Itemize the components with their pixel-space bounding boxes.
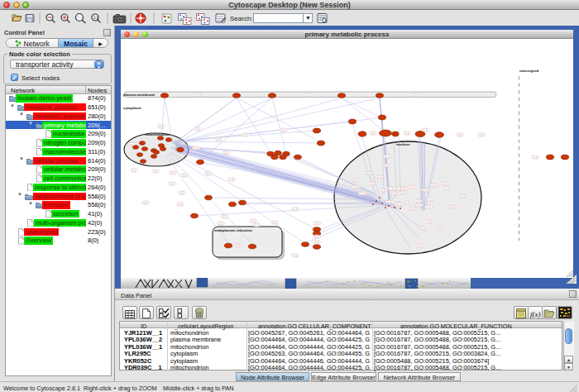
- svg-text:unassigned: unassigned: [519, 69, 539, 73]
- svg-text:[...]: [...]: [196, 127, 200, 131]
- svg-text:[...]: [...]: [273, 221, 277, 224]
- svg-text:[...]: [...]: [428, 220, 433, 223]
- svg-text:[...]: [...]: [438, 226, 443, 229]
- svg-text:[...]: [...]: [404, 187, 408, 190]
- svg-text:[...]: [...]: [390, 187, 394, 190]
- svg-text:[...]: [...]: [132, 169, 136, 172]
- svg-text:[...]: [...]: [534, 155, 538, 159]
- svg-text:[...]: [...]: [381, 189, 385, 192]
- svg-text:[...]: [...]: [398, 203, 402, 206]
- svg-text:[...]: [...]: [385, 164, 389, 167]
- svg-text:[...]: [...]: [251, 219, 256, 222]
- svg-text:[...]: [...]: [423, 128, 428, 131]
- svg-text:cytoplasm: cytoplasm: [123, 106, 141, 110]
- svg-text:[...]: [...]: [315, 241, 319, 244]
- svg-text:[...]: [...]: [480, 133, 484, 136]
- svg-text:[...]: [...]: [306, 93, 310, 97]
- svg-text:[...]: [...]: [130, 142, 134, 146]
- svg-text:[...]: [...]: [255, 223, 259, 227]
- svg-text:[...]: [...]: [413, 93, 417, 97]
- svg-text:[...]: [...]: [183, 174, 187, 177]
- svg-text:[...]: [...]: [394, 192, 398, 195]
- svg-text:[...]: [...]: [315, 235, 319, 238]
- svg-text:endoplasmic reticulum: endoplasmic reticulum: [214, 228, 252, 232]
- svg-text:[...]: [...]: [405, 201, 409, 204]
- svg-text:[...]: [...]: [419, 244, 423, 247]
- svg-text:[...]: [...]: [354, 185, 358, 189]
- svg-text:[...]: [...]: [237, 244, 241, 247]
- svg-text:[...]: [...]: [207, 172, 211, 175]
- svg-text:[...]: [...]: [144, 201, 148, 204]
- svg-text:[...]: [...]: [315, 222, 319, 225]
- svg-text:[...]: [...]: [370, 182, 374, 185]
- svg-text:[...]: [...]: [421, 227, 425, 230]
- svg-text:[...]: [...]: [224, 151, 228, 155]
- svg-text:[...]: [...]: [433, 184, 437, 187]
- svg-text:[...]: [...]: [412, 207, 416, 210]
- svg-text:[...]: [...]: [160, 125, 164, 128]
- svg-text:[...]: [...]: [219, 222, 223, 225]
- svg-text:[...]: [...]: [171, 171, 175, 174]
- svg-text:[...]: [...]: [410, 185, 414, 189]
- svg-text:mitochondrion: mitochondrion: [145, 132, 170, 136]
- svg-text:[...]: [...]: [154, 170, 158, 173]
- svg-text:[...]: [...]: [388, 200, 392, 203]
- svg-text:[...]: [...]: [429, 198, 433, 201]
- svg-text:[...]: [...]: [378, 175, 382, 179]
- svg-text:[...]: [...]: [452, 205, 456, 208]
- svg-text:[...]: [...]: [427, 205, 431, 208]
- svg-text:plasma membrane: plasma membrane: [123, 93, 156, 97]
- svg-text:[...]: [...]: [398, 187, 402, 190]
- svg-text:[...]: [...]: [417, 199, 421, 203]
- svg-text:[...]: [...]: [458, 133, 462, 136]
- svg-text:[...]: [...]: [198, 93, 202, 97]
- svg-text:[...]: [...]: [217, 137, 221, 141]
- svg-text:[...]: [...]: [244, 133, 248, 136]
- svg-text:[...]: [...]: [446, 187, 450, 190]
- svg-text:[...]: [...]: [361, 192, 365, 195]
- svg-text:[...]: [...]: [179, 203, 183, 206]
- svg-text:[...]: [...]: [386, 155, 390, 158]
- svg-text:[...]: [...]: [443, 182, 447, 185]
- svg-text:f(x): f(x): [530, 310, 541, 318]
- svg-text:[...]: [...]: [282, 128, 286, 131]
- svg-text:nucleus: nucleus: [396, 142, 410, 146]
- svg-text:[...]: [...]: [230, 178, 234, 181]
- svg-text:[...]: [...]: [180, 191, 184, 194]
- svg-text:[...]: [...]: [400, 191, 404, 194]
- svg-text:[...]: [...]: [462, 194, 466, 198]
- svg-text:[...]: [...]: [294, 208, 298, 211]
- svg-text:[...]: [...]: [405, 131, 409, 135]
- svg-text:[...]: [...]: [352, 179, 356, 182]
- svg-text:[...]: [...]: [170, 182, 175, 185]
- svg-text:[...]: [...]: [418, 203, 422, 207]
- svg-text:[...]: [...]: [294, 254, 298, 257]
- svg-text:1:1: 1:1: [93, 16, 99, 20]
- svg-text:[...]: [...]: [371, 131, 376, 135]
- svg-text:[...]: [...]: [366, 171, 371, 174]
- svg-text:[...]: [...]: [194, 146, 199, 150]
- svg-text:[...]: [...]: [223, 215, 227, 218]
- svg-text:[...]: [...]: [423, 189, 428, 192]
